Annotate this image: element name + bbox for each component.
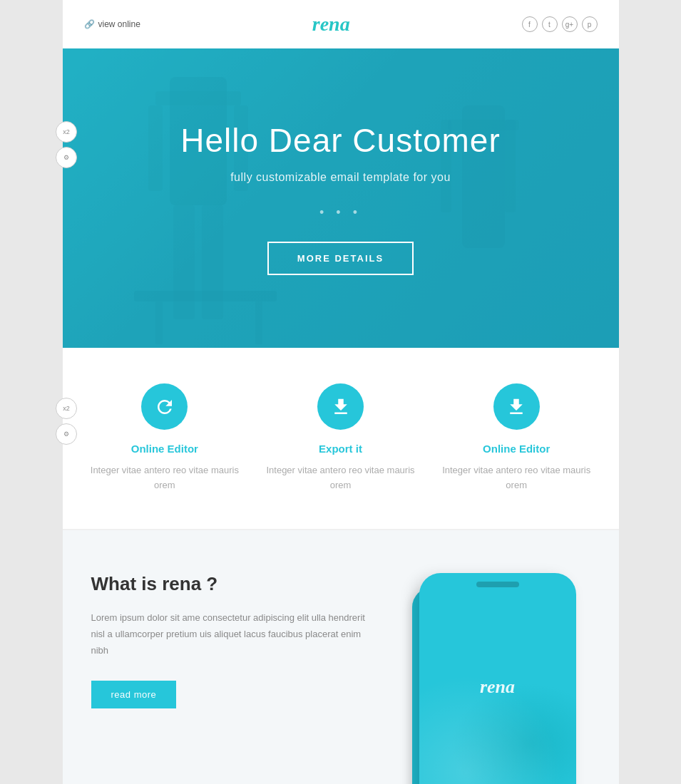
feature-desc-2: Integer vitae antero reo vitae mauris or…: [260, 463, 421, 493]
phone-front: rena: [419, 573, 576, 784]
twitter-icon[interactable]: t: [542, 16, 558, 32]
phone-logo: rena: [480, 676, 515, 698]
svg-rect-8: [505, 120, 516, 212]
link-icon: 🔗: [84, 19, 95, 29]
social-icons-group: f t g+ p: [522, 16, 598, 32]
phone-mockup-container: rena: [405, 573, 590, 784]
more-details-button[interactable]: MORE DETAILS: [267, 242, 414, 275]
feature-desc-1: Integer vitae antero reo vitae mauris or…: [84, 463, 246, 493]
what-title: What is rena ?: [91, 573, 377, 595]
feature-item-1: Online Editor Integer vitae antero reo v…: [84, 383, 246, 493]
googleplus-icon[interactable]: g+: [562, 16, 578, 32]
settings-button-2[interactable]: ⚙: [56, 423, 77, 445]
zoom-button-2[interactable]: x2: [56, 398, 77, 419]
hero-section: Hello Dear Customer fully customizable e…: [63, 48, 619, 348]
features-section: Online Editor Integer vitae antero reo v…: [63, 348, 619, 529]
download-icon: [506, 396, 527, 418]
hero-title: Hello Dear Customer: [180, 121, 500, 160]
facebook-icon[interactable]: f: [522, 16, 538, 32]
view-online-label: view online: [98, 19, 140, 29]
svg-rect-10: [134, 291, 277, 301]
what-description: Lorem ipsum dolor sit ame consectetur ad…: [91, 609, 377, 659]
feature-icon-circle-3: [493, 383, 540, 430]
refresh-icon: [154, 396, 175, 418]
what-section: What is rena ? Lorem ipsum dolor sit ame…: [63, 530, 619, 784]
feature-title-3: Online Editor: [436, 443, 598, 455]
feature-icon-circle-1: [141, 383, 188, 430]
feature-title-1: Online Editor: [84, 443, 246, 455]
feature-desc-3: Integer vitae antero reo vitae mauris or…: [436, 463, 598, 493]
view-online-link[interactable]: 🔗 view online: [84, 19, 140, 29]
hero-divider: • • •: [180, 205, 500, 220]
export-icon: [330, 396, 352, 418]
hero-subtitle: fully customizable email template for yo…: [180, 171, 500, 184]
svg-rect-11: [155, 301, 163, 344]
svg-rect-12: [255, 301, 262, 344]
phone-notch: [476, 582, 519, 587]
settings-button-1[interactable]: ⚙: [56, 147, 77, 168]
feature-icon-circle-2: [317, 383, 364, 430]
features-grid: Online Editor Integer vitae antero reo v…: [84, 383, 598, 493]
logo: rena: [312, 13, 350, 36]
side-controls-1: x2 ⚙: [56, 121, 77, 168]
email-container: 🔗 view online rena f t g+ p: [63, 0, 619, 784]
read-more-button[interactable]: read more: [91, 681, 177, 708]
zoom-button-1[interactable]: x2: [56, 121, 77, 143]
what-content: What is rena ? Lorem ipsum dolor sit ame…: [91, 573, 405, 708]
svg-rect-1: [155, 91, 241, 105]
side-controls-2: x2 ⚙: [56, 398, 77, 445]
hero-content: Hello Dear Customer fully customizable e…: [180, 121, 500, 275]
svg-rect-4: [148, 105, 163, 191]
feature-item-3: Online Editor Integer vitae antero reo v…: [436, 383, 598, 493]
feature-title-2: Export it: [260, 443, 421, 455]
pinterest-icon[interactable]: p: [582, 16, 598, 32]
email-header: 🔗 view online rena f t g+ p: [63, 0, 619, 48]
feature-item-2: Export it Integer vitae antero reo vitae…: [260, 383, 421, 493]
